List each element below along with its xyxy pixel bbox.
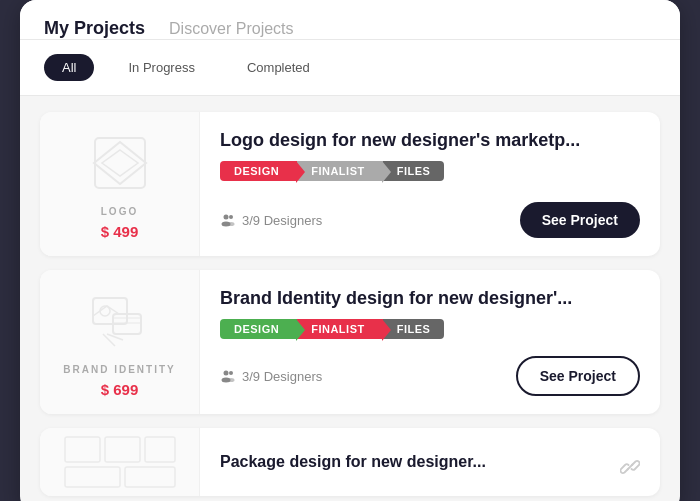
project-thumb-2: BRAND IDENTITY $ 699 [40, 270, 200, 414]
svg-rect-17 [145, 437, 175, 462]
filter-completed-button[interactable]: Completed [229, 54, 328, 81]
svg-point-6 [228, 222, 235, 226]
header-tabs: My Projects Discover Projects [44, 18, 656, 39]
project-title-1: Logo design for new designer's marketp..… [220, 130, 640, 151]
svg-point-3 [224, 215, 229, 220]
tag-design-2: DESIGN [220, 319, 297, 339]
designers-text-1: 3/9 Designers [242, 213, 322, 228]
tag-arrow-design-2 [296, 319, 305, 341]
project-tags-1: DESIGN FINALIST FILES [220, 161, 640, 181]
svg-rect-19 [125, 467, 175, 487]
projects-list: LOGO $ 499 Logo design for new designer'… [20, 96, 680, 501]
filter-all-button[interactable]: All [44, 54, 94, 81]
see-project-btn-2[interactable]: See Project [516, 356, 640, 396]
project-price-1: $ 499 [101, 223, 139, 240]
svg-rect-16 [105, 437, 140, 462]
project-thumb-1: LOGO $ 499 [40, 112, 200, 256]
project-card-2: BRAND IDENTITY $ 699 Brand Identity desi… [40, 270, 660, 414]
discover-projects-link[interactable]: Discover Projects [169, 20, 293, 38]
designers-info-2: 3/9 Designers [220, 368, 322, 384]
designers-icon-1 [220, 212, 236, 228]
filter-in-progress-button[interactable]: In Progress [110, 54, 212, 81]
designers-text-2: 3/9 Designers [242, 369, 322, 384]
tag-arrow-finalist-1 [382, 161, 391, 183]
project-meta-2: 3/9 Designers See Project [220, 356, 640, 396]
project-info-2: Brand Identity design for new designer'.… [200, 270, 660, 414]
partial-title-3: Package design for new designer... [220, 453, 486, 471]
svg-point-11 [224, 371, 229, 376]
tag-finalist-2: FINALIST [297, 319, 383, 339]
svg-rect-18 [65, 467, 120, 487]
tag-design-1: DESIGN [220, 161, 297, 181]
svg-point-14 [228, 378, 235, 382]
svg-point-5 [229, 215, 233, 219]
my-projects-title: My Projects [44, 18, 145, 39]
project-meta-1: 3/9 Designers See Project [220, 202, 640, 238]
see-project-btn-1[interactable]: See Project [520, 202, 640, 238]
svg-marker-2 [102, 150, 138, 176]
tag-arrow-finalist-2 [382, 319, 391, 341]
project-tags-2: DESIGN FINALIST FILES [220, 319, 640, 339]
project-info-1: Logo design for new designer's marketp..… [200, 112, 660, 256]
project-card-3: Package design for new designer... [40, 428, 660, 496]
header: My Projects Discover Projects [20, 0, 680, 40]
tag-arrow-design-1 [296, 161, 305, 183]
project-card-1: LOGO $ 499 Logo design for new designer'… [40, 112, 660, 256]
partial-info-3: Package design for new designer... [200, 428, 660, 496]
brand-icon [85, 286, 155, 356]
project-title-2: Brand Identity design for new designer'.… [220, 288, 640, 309]
designers-info-1: 3/9 Designers [220, 212, 322, 228]
thumb-label-1: LOGO [101, 206, 138, 217]
project-top-1: Logo design for new designer's marketp..… [220, 130, 640, 193]
svg-rect-15 [65, 437, 100, 462]
tag-finalist-1: FINALIST [297, 161, 383, 181]
logo-icon [85, 128, 155, 198]
designers-icon-2 [220, 368, 236, 384]
partial-thumb-3 [40, 428, 200, 496]
filter-bar: All In Progress Completed [20, 40, 680, 96]
project-price-2: $ 699 [101, 381, 139, 398]
tag-files-2: FILES [383, 319, 445, 339]
project-top-2: Brand Identity design for new designer'.… [220, 288, 640, 351]
thumb-label-2: BRAND IDENTITY [63, 364, 175, 375]
main-card: My Projects Discover Projects All In Pro… [20, 0, 680, 501]
tag-files-1: FILES [383, 161, 445, 181]
link-icon-3 [620, 457, 640, 482]
partial-icon-3 [60, 432, 180, 492]
svg-point-13 [229, 371, 233, 375]
